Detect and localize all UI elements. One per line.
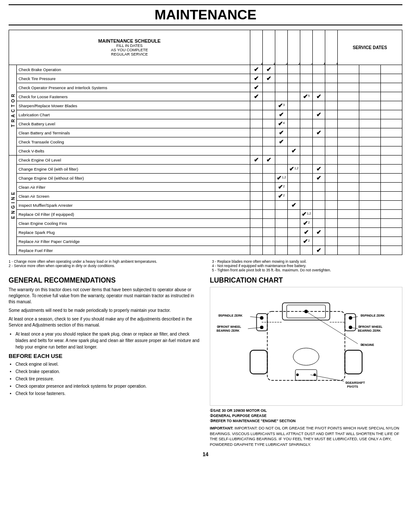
service-date-cell xyxy=(381,219,402,228)
check-cell xyxy=(313,101,325,110)
service-date-cell xyxy=(381,183,402,192)
check-cell xyxy=(288,128,300,137)
service-dates-header: SERVICE DATES xyxy=(338,30,402,65)
check-cell: ✔2 xyxy=(300,237,313,246)
check-cell xyxy=(288,110,300,119)
check-cell: ✔5 xyxy=(300,92,313,101)
check-cell xyxy=(288,246,300,255)
service-date-cell xyxy=(359,74,381,83)
task-name: Check V-Belts xyxy=(17,146,250,156)
service-date-cell xyxy=(338,110,359,119)
service-date-cell xyxy=(338,237,359,246)
service-date-cell xyxy=(338,83,359,92)
check-cell xyxy=(313,201,325,210)
service-date-cell xyxy=(338,146,359,156)
svg-point-3 xyxy=(293,348,319,365)
check-cell: ✔ xyxy=(313,246,325,255)
service-date-cell xyxy=(359,237,381,246)
check-cell xyxy=(275,237,288,246)
gen-rec-p2: Some adjustments will need to be made pe… xyxy=(9,308,201,314)
check-cell xyxy=(250,210,263,219)
lub-labels: ①SAE 30 OR 10W30 MOTOR OIL②GENERAL PURPO… xyxy=(210,408,402,423)
svg-text:②FRONT WHEEL: ②FRONT WHEEL xyxy=(217,325,242,328)
check-cell xyxy=(300,201,313,210)
check-cell xyxy=(250,192,263,201)
service-date-cell xyxy=(338,137,359,146)
check-cell xyxy=(313,137,325,146)
service-date-cell xyxy=(381,65,402,74)
check-cell xyxy=(313,83,325,92)
check-cell: ✔ xyxy=(275,128,288,137)
check-cell xyxy=(250,128,263,137)
check-cell xyxy=(325,237,338,246)
task-name: Replace Oil Filter (If equipped) xyxy=(17,210,250,219)
task-name: Clean Engine Cooling Fins xyxy=(17,219,250,228)
check-cell xyxy=(288,119,300,128)
check-cell xyxy=(300,83,313,92)
task-name: Check Operator Presence and Interlock Sy… xyxy=(17,83,250,92)
check-cell xyxy=(275,92,288,101)
check-cell xyxy=(250,201,263,210)
svg-line-27 xyxy=(250,317,262,318)
gen-rec-bullets: At least once a year you should replace … xyxy=(16,331,201,350)
check-cell xyxy=(263,128,275,137)
lub-chart-container: ②SPINDLE ZERK ②SPINDLE ZERK ②FRONT WHEEL… xyxy=(210,287,402,406)
service-date-cell xyxy=(338,156,359,165)
check-cell xyxy=(325,246,338,255)
check-cell: ✔ xyxy=(263,65,275,74)
task-name: Change Engine Oil (with oil filter) xyxy=(17,165,250,174)
service-date-cell xyxy=(359,201,381,210)
check-cell xyxy=(263,174,275,183)
check-cell xyxy=(263,192,275,201)
service-date-cell xyxy=(381,156,402,165)
check-cell xyxy=(325,137,338,146)
service-date-cell xyxy=(359,246,381,255)
before-each-use-item: Check operator presence and interlock sy… xyxy=(16,383,201,389)
check-cell xyxy=(300,110,313,119)
svg-text:②FRONT WHEEL: ②FRONT WHEEL xyxy=(358,325,383,328)
check-cell xyxy=(313,146,325,156)
page-number: 14 xyxy=(9,451,402,457)
check-cell xyxy=(300,156,313,165)
check-cell: ✔ xyxy=(275,110,288,119)
service-date-cell xyxy=(359,83,381,92)
svg-text:②SPINDLE ZERK: ②SPINDLE ZERK xyxy=(360,314,385,317)
check-cell xyxy=(300,192,313,201)
lub-chart-heading: LUBRICATION CHART xyxy=(210,277,402,284)
check-cell xyxy=(325,174,338,183)
lub-legend-item: ②GENERAL PURPOSE GREASE xyxy=(210,414,402,418)
check-cell xyxy=(263,110,275,119)
check-cell xyxy=(313,192,325,201)
task-name: Check Engine Oil Level xyxy=(17,156,250,165)
service-date-cell xyxy=(338,246,359,255)
service-date-cell xyxy=(338,174,359,183)
svg-text:②SPINDLE ZERK: ②SPINDLE ZERK xyxy=(218,314,243,317)
service-date-cell xyxy=(381,101,402,110)
check-cell xyxy=(263,92,275,101)
task-name: Replace Air Filter Paper Cartridge xyxy=(17,237,250,246)
check-cell xyxy=(275,83,288,92)
check-cell xyxy=(288,83,300,92)
task-name: Change Engine Oil (without oil filter) xyxy=(17,174,250,183)
service-date-cell xyxy=(359,165,381,174)
check-cell xyxy=(275,219,288,228)
lub-legend-item: ①SAE 30 OR 10W30 MOTOR OIL xyxy=(210,408,402,413)
service-date-cell xyxy=(359,192,381,201)
check-cell xyxy=(275,228,288,237)
check-cell xyxy=(288,156,300,165)
check-cell xyxy=(325,192,338,201)
svg-rect-6 xyxy=(250,350,268,374)
important-text: IMPORTANT: IMPORTANT: DO NOT OIL OR GREA… xyxy=(210,426,402,447)
check-cell xyxy=(313,65,325,74)
svg-text:BEARING ZERK: BEARING ZERK xyxy=(358,329,381,332)
check-cell xyxy=(263,201,275,210)
check-cell xyxy=(325,65,338,74)
footnotes: 1 - Change more often when operating und… xyxy=(9,259,402,272)
service-date-cell xyxy=(381,74,402,83)
service-date-cell xyxy=(338,74,359,83)
task-name: Sharpen/Replace Mower Blades xyxy=(17,101,250,110)
lubrication-chart-section: LUBRICATION CHART xyxy=(210,277,402,447)
check-cell xyxy=(313,183,325,192)
check-cell xyxy=(288,174,300,183)
gen-rec-bullet1: At least once a year you should replace … xyxy=(16,331,201,350)
